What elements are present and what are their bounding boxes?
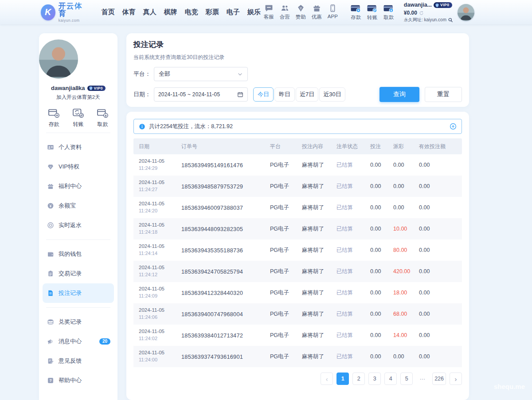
- prev-page-button[interactable]: ‹: [321, 373, 333, 385]
- sidebar-menu-item[interactable]: 我的钱包: [39, 244, 117, 264]
- platform-select[interactable]: 全部: [154, 67, 248, 81]
- nav-item[interactable]: 娱乐: [247, 8, 261, 16]
- sidebar-menu-item[interactable]: 消息中心 20: [39, 332, 117, 351]
- sidebar-menu-item[interactable]: 福利中心: [39, 176, 117, 196]
- reset-button[interactable]: 重置: [425, 87, 462, 102]
- row-status: 已结算: [333, 183, 367, 190]
- id-card-icon: [47, 144, 54, 151]
- money-links: 存款 转账 取款: [348, 4, 397, 21]
- sidebar-menu-item[interactable]: 实时返水: [39, 216, 117, 235]
- row-status: 已结算: [333, 247, 367, 254]
- top-bar: K 开云体育 kaiyun.com 首页体育真人棋牌电竞彩票电子娱乐 客服 合营…: [0, 0, 532, 24]
- table-row: 2024-11-05 11:24:09 1853639412328440320 …: [133, 282, 462, 303]
- joined-days: 加入开云体育第2天: [39, 94, 117, 101]
- user-summary[interactable]: dawanjia... VIP0 ¥0.00 永久网址: kaiyun.com: [404, 2, 453, 23]
- money-link[interactable]: 取款: [381, 4, 397, 21]
- table-row: 2024-11-05 11:24:14 1853639435355188736 …: [133, 239, 462, 261]
- date-range-button[interactable]: 昨日: [274, 87, 295, 102]
- date-label: 日期：: [133, 90, 154, 98]
- avatar-icon[interactable]: [458, 4, 474, 21]
- page-button[interactable]: 5: [400, 373, 413, 385]
- pagination: ‹12345⋯226›: [133, 373, 462, 385]
- next-page-button[interactable]: ›: [450, 373, 462, 385]
- page-button[interactable]: 2: [352, 373, 365, 385]
- nav-item[interactable]: 彩票: [206, 8, 219, 16]
- page-button[interactable]: 1: [336, 373, 349, 385]
- row-status: 已结算: [333, 161, 367, 169]
- profile-action-label: 存款: [49, 121, 59, 128]
- sidebar-menu-item[interactable]: 兑奖记录: [39, 312, 117, 332]
- sidebar-menu-label: 个人资料: [59, 143, 82, 151]
- row-bet-content: 麻将胡了: [298, 183, 333, 190]
- sidebar-menu-item[interactable]: 意见反馈: [39, 351, 117, 371]
- quick-link[interactable]: 优惠: [309, 4, 325, 20]
- sidebar: dawanjia8ka VIP0 加入开云体育第2天 存款 转账 取款 个人资料…: [39, 33, 117, 400]
- sidebar-menu-item[interactable]: 余额宝: [39, 196, 117, 216]
- page-button[interactable]: 4: [384, 373, 397, 385]
- nav-item[interactable]: 棋牌: [164, 8, 177, 16]
- nav-item[interactable]: 首页: [102, 8, 115, 16]
- diamond-icon: [296, 4, 305, 12]
- quick-link[interactable]: 合营: [277, 4, 293, 20]
- nav-item[interactable]: 电竞: [185, 8, 198, 16]
- sidebar-menu-label: 我的钱包: [59, 250, 82, 258]
- table-header: 日期订单号平台投注内容注单状态投注派彩有效投注额: [133, 138, 462, 154]
- sidebar-menu-item[interactable]: 个人资料: [39, 137, 117, 157]
- platform-row: 平台： 全部: [133, 67, 462, 81]
- plus-circle-icon[interactable]: [450, 123, 457, 130]
- refresh-icon[interactable]: [419, 11, 424, 16]
- info-circle-icon: [139, 123, 145, 130]
- logo-emblem: K: [41, 4, 55, 20]
- sidebar-menu-item[interactable]: 投注记录: [43, 283, 114, 303]
- row-bet-content: 麻将胡了: [298, 204, 333, 212]
- date-range-button[interactable]: 近7日: [296, 87, 318, 102]
- sidebar-menu-item[interactable]: VIP特权: [39, 157, 117, 176]
- quick-link[interactable]: APP: [325, 4, 340, 20]
- profile-name-row: dawanjia8ka VIP0: [39, 85, 117, 91]
- quick-actions: 存款 转账 取款: [48, 108, 109, 128]
- search-icon[interactable]: [448, 17, 453, 23]
- date-range-button[interactable]: 近30日: [319, 87, 345, 102]
- table-body: 2024-11-05 11:24:29 1853639495149161476 …: [133, 154, 462, 367]
- row-time: 11:24:29: [139, 165, 157, 171]
- row-valid-bet: 0.00: [415, 204, 462, 211]
- date-quick-ranges: 今日昨日近7日近30日: [253, 87, 345, 102]
- row-bet-content: 麻将胡了: [298, 353, 333, 361]
- avatar-icon[interactable]: [39, 39, 78, 78]
- deposit-outline-icon: [48, 108, 60, 118]
- profile-action[interactable]: 存款: [48, 108, 60, 128]
- nav-item[interactable]: 真人: [143, 8, 156, 16]
- date-range-input[interactable]: 2024-11-05 ~ 2024-11-05: [154, 87, 248, 102]
- sidebar-menu-item[interactable]: ? 帮助中心: [39, 371, 117, 390]
- row-bet-amount: 0.00: [367, 311, 390, 317]
- page-ellipsis[interactable]: ⋯: [416, 373, 429, 385]
- watermark: shequ.me: [494, 383, 525, 390]
- page-button[interactable]: 226: [432, 373, 446, 385]
- profile-action[interactable]: 取款: [97, 108, 109, 128]
- date-range-button[interactable]: 今日: [253, 87, 274, 102]
- bet-record-icon: [47, 290, 54, 297]
- row-valid-bet: 0.00: [415, 311, 462, 317]
- site-logo[interactable]: K 开云体育 kaiyun.com: [41, 2, 87, 23]
- page-button[interactable]: 3: [368, 373, 381, 385]
- money-link[interactable]: 存款: [348, 4, 364, 21]
- nav-item[interactable]: 体育: [122, 8, 136, 16]
- row-status: 已结算: [333, 225, 367, 233]
- row-order-number: 1853639448093282305: [178, 226, 266, 232]
- coin-icon: [47, 202, 54, 209]
- sidebar-menu-item[interactable]: 交易记录: [39, 264, 117, 283]
- profile-action[interactable]: 转账: [72, 108, 84, 128]
- row-order-number: 1853639485879753729: [178, 183, 266, 190]
- row-payout: 0.00: [390, 183, 415, 189]
- table-column-header: 订单号: [178, 143, 266, 150]
- money-link[interactable]: 转账: [364, 4, 380, 21]
- quick-link[interactable]: 客服: [261, 4, 277, 20]
- rebate-ring-icon: [47, 222, 54, 229]
- date-range-value: 2024-11-05 ~ 2024-11-05: [158, 91, 237, 98]
- row-payout: 68.00: [390, 311, 415, 317]
- row-status: 已结算: [333, 332, 367, 339]
- profile-name: dawanjia8ka: [51, 85, 85, 91]
- nav-item[interactable]: 电子: [227, 8, 240, 16]
- quick-link[interactable]: 赞助: [293, 4, 309, 20]
- query-button[interactable]: 查询: [379, 87, 419, 102]
